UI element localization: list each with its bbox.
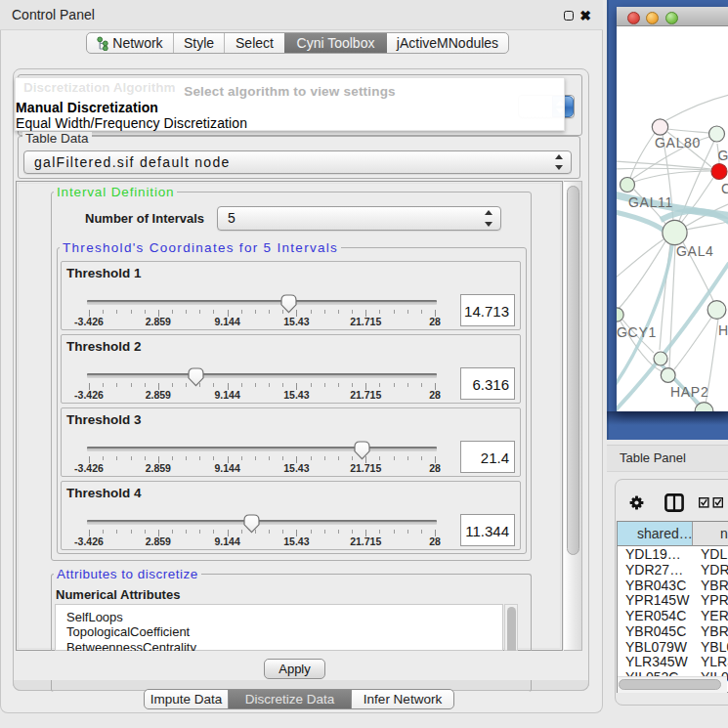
svg-text:GCY1: GCY1 [617,324,657,340]
svg-text:H: H [718,322,728,338]
svg-text:C: C [721,181,728,196]
svg-text:GAL11: GAL11 [628,194,673,210]
svg-text:GA: GA [718,148,728,163]
svg-text:GAL4: GAL4 [676,243,714,259]
svg-text:GAL80: GAL80 [655,135,701,150]
svg-text:HAP2: HAP2 [670,384,708,400]
